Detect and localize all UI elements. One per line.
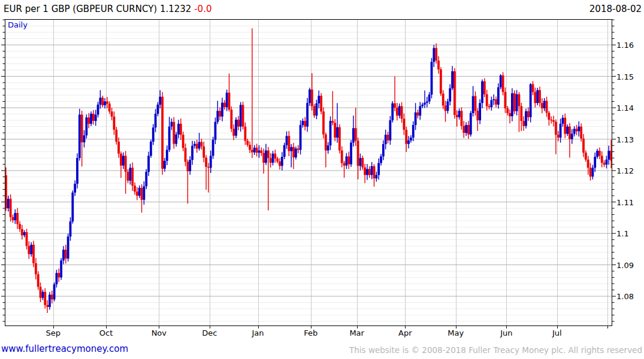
candle-body-down [185, 148, 187, 162]
candle-body-up [465, 125, 467, 133]
candle-body-up [327, 145, 329, 150]
candle-body-down [51, 294, 53, 299]
candle-body-up [99, 98, 101, 105]
candle-body-up [345, 156, 347, 165]
x-axis-label: Apr [398, 328, 412, 337]
candle-body-down [534, 92, 536, 103]
candle-body-down [548, 112, 550, 120]
candle-body-up [226, 93, 228, 107]
candle-body-down [403, 118, 405, 129]
candle-body-up [433, 48, 435, 62]
candle-body-down [127, 172, 129, 181]
candle-body-down [338, 127, 341, 151]
y-axis-label: 1.1 [616, 229, 629, 238]
candle-body-down [279, 162, 281, 166]
candle-body-down [35, 263, 37, 274]
candle-body-up [53, 284, 56, 299]
candle-body-down [495, 99, 497, 105]
candle-body-down [518, 94, 521, 106]
candle-body-down [461, 111, 463, 126]
candle-body-down [435, 48, 437, 60]
candle-body-up [49, 294, 51, 306]
candle-body-up [147, 156, 150, 172]
candle-body-down [569, 127, 571, 139]
candle-body-up [419, 106, 421, 115]
candle-body-up [492, 99, 495, 101]
candle-body-down [65, 250, 67, 258]
candle-body-up [350, 142, 352, 164]
candle-body-up [290, 147, 292, 151]
candle-body-up [155, 114, 157, 127]
candle-body-down [580, 127, 582, 139]
candle-body-down [262, 153, 265, 163]
candle-body-down [304, 121, 306, 126]
candle-body-up [235, 120, 237, 136]
chart-window: EUR per 1 GBP (GBPEUR CURNCY) 1.1232 -0.… [0, 0, 644, 359]
candle-body-down [101, 98, 104, 105]
candle-body-down [445, 105, 447, 111]
candle-body-down [601, 156, 603, 163]
x-axis-label: Jun [500, 328, 512, 337]
chart-title: EUR per 1 GBP (GBPEUR CURNCY) 1.1232 -0.… [4, 4, 211, 14]
candle-body-up [152, 127, 155, 142]
candle-body-up [14, 213, 16, 220]
candle-body-up [607, 151, 610, 160]
candle-body-down [474, 96, 477, 111]
candle-body-up [573, 129, 576, 133]
candle-body-up [389, 120, 391, 141]
candle-body-down [228, 93, 231, 109]
y-axis-label: 1.14 [616, 104, 634, 112]
candle-body-down [355, 128, 357, 141]
site-link[interactable]: www.fullertreacymoney.com [1, 343, 128, 354]
candle-body-down [10, 199, 12, 217]
candle-body-up [56, 273, 58, 284]
y-axis-label: 1.11 [616, 197, 634, 206]
candle-body-down [486, 94, 488, 106]
candle-body-up [7, 199, 10, 208]
candle-body-down [182, 135, 185, 148]
candle-body-up [189, 160, 191, 171]
candle-body-up [143, 186, 145, 200]
candle-body-down [12, 217, 14, 220]
chart-title-text: EUR per 1 GBP (GBPEUR CURNCY) 1.1232 [4, 4, 194, 14]
candle-body-down [230, 109, 232, 129]
candle-body-down [396, 108, 398, 115]
candle-body-down [440, 69, 442, 93]
candle-body-up [359, 158, 362, 166]
candle-body-up [306, 103, 309, 126]
candle-body-down [589, 168, 592, 177]
candle-body-up [500, 75, 502, 87]
candle-body-down [32, 245, 35, 263]
candle-body-up [525, 111, 527, 126]
candle-body-down [232, 129, 235, 136]
y-axis-label: 1.12 [616, 166, 634, 175]
candle-body-up [198, 142, 201, 148]
candle-body-up [62, 250, 65, 260]
candle-body-up [375, 175, 377, 178]
candle-body-down [539, 90, 541, 104]
candle-body-down [311, 90, 313, 107]
candle-body-down [513, 93, 516, 111]
candle-body-down [576, 129, 578, 131]
candle-body-up [536, 90, 539, 104]
candle-body-down [256, 148, 258, 153]
candle-body-up [426, 102, 428, 103]
y-axis-label: 1.09 [616, 260, 634, 269]
candle-body-up [138, 188, 141, 196]
candle-body-up [216, 111, 219, 121]
candle-body-up [578, 127, 580, 132]
candle-body-up [605, 160, 607, 165]
candle-body-up [596, 151, 598, 157]
candle-body-down [196, 144, 198, 148]
candle-body-down [334, 123, 336, 138]
candle-body-up [316, 104, 318, 115]
candle-body-down [44, 292, 46, 305]
candle-body-down [173, 122, 175, 144]
candle-body-up [431, 62, 433, 95]
candle-body-down [120, 154, 122, 166]
chart-date: 2018-08-02 [589, 4, 642, 14]
candle-body-up [283, 145, 286, 157]
candle-body-down [394, 104, 396, 108]
candle-body-down [87, 117, 90, 124]
candle-body-down [582, 139, 585, 153]
